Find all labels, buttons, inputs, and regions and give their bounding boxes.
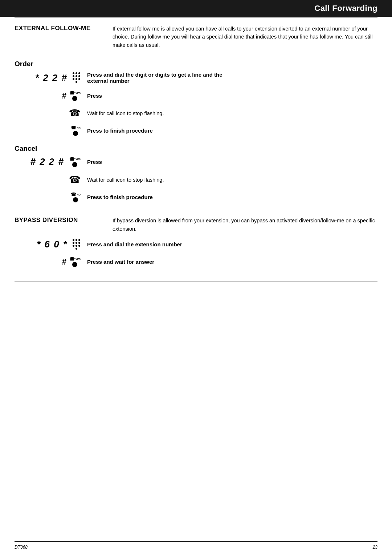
bypass-step-2: # ☎ YES Press and wait for answer [15,257,377,267]
yes-circle-order [72,96,77,101]
bypass-step-1-desc: Press and dial the extension number [87,241,377,247]
order-step-4: ☎ NO Press to finish procedure [15,125,377,136]
header-title: Call Forwarding [314,4,377,13]
cancel-step-3-desc: Press to finish procedure [87,194,377,200]
order-step-2-desc: Press [87,93,377,99]
yes-label-bypass: YES [75,258,81,261]
cancel-section: Cancel # 2 2 # ☎ YES Press ☎ Wait for ca… [15,145,377,202]
cancel-step-2-desc: Wait for call icon to stop flashing. [87,177,377,183]
cancel-step-1-desc: Press [87,159,377,165]
bypass-step-1-icons: * 6 0 * [15,239,87,250]
hash-icon-bypass: # [62,257,66,267]
cancel-step-2-icons: ☎ [15,174,87,185]
external-followme-title: EXTERNAL FOLLOW-ME [15,25,102,32]
bypass-step-2-desc: Press and wait for answer [87,259,377,265]
external-followme-desc: If external follow-me is allowed you can… [113,25,377,49]
cancel-step-3-icons: ☎ NO [15,192,87,202]
yes-btn-order: ☎ YES [69,90,81,101]
order-step-1-desc: Press and dial the digit or digits to ge… [87,72,377,84]
phone-mini-yes-cancel: ☎ [69,157,75,162]
cancel-step-2: ☎ Wait for call icon to stop flashing. [15,174,377,185]
order-step-1-desc-2: external number [87,78,130,84]
external-followme-section: EXTERNAL FOLLOW-ME If external follow-me… [15,25,377,49]
bypass-header-row: BYPASS DIVERSION If bypass diversion is … [15,217,377,233]
yes-label-cancel: YES [75,158,81,161]
handset-icon-order: ☎ [69,108,81,119]
phone-mini-yes-order: ☎ [69,90,75,96]
no-label-cancel: NO [77,193,81,196]
page-content: EXTERNAL FOLLOW-ME If external follow-me… [0,17,392,311]
section-divider-2 [15,282,377,282]
order-step-2: # ☎ YES Press [15,90,377,101]
hash-icon-order: # [62,91,66,101]
yes-btn-cancel: ☎ YES [69,157,81,167]
keypad-icon-1 [73,72,81,83]
section-divider-1 [15,209,377,209]
order-step-2-icons: # ☎ YES [15,90,87,101]
phone-mini-no-order: ☎ [71,125,76,130]
yes-label-order: YES [75,92,81,94]
yes-circle-bypass [72,262,77,267]
yes-circle-cancel [72,162,77,167]
no-circle-order [73,131,78,136]
order-section: Order * 2 2 # Press and dial the digit o… [15,60,377,136]
bypass-diversion-section: BYPASS DIVERSION If bypass diversion is … [15,217,377,267]
order-step-3-desc: Wait for call icon to stop flashing. [87,110,377,116]
order-step-1-icons: * 2 2 # [15,72,87,84]
phone-mini-no-cancel: ☎ [71,192,76,197]
keypad-icon-bypass [73,239,81,250]
no-btn-cancel: ☎ NO [71,192,81,202]
order-step-1: * 2 2 # Press and dial the digit or digi… [15,72,377,84]
order-keycode-1: * 2 2 # [35,72,68,84]
no-btn-order: ☎ NO [71,125,81,136]
page-header: Call Forwarding [0,0,392,17]
order-step-4-icons: ☎ NO [15,125,87,136]
order-title: Order [15,60,377,68]
order-step-3: ☎ Wait for call icon to stop flashing. [15,108,377,119]
footer-page: 23 [373,545,377,550]
order-step-4-desc: Press to finish procedure [87,128,377,134]
cancel-step-1-icons: # 2 2 # ☎ YES [15,156,87,167]
cancel-title: Cancel [15,145,377,153]
no-circle-cancel [73,197,78,202]
page-footer: DT368 23 [15,541,377,550]
bypass-diversion-title: BYPASS DIVERSION [15,217,102,224]
no-label-order: NO [77,127,81,129]
bypass-keycode-1: * 6 0 * [37,239,68,250]
cancel-keycode-1: # 2 2 # [30,156,64,167]
cancel-step-1: # 2 2 # ☎ YES Press [15,156,377,167]
handset-icon-cancel: ☎ [69,174,81,185]
cancel-step-3: ☎ NO Press to finish procedure [15,192,377,202]
external-followme-left: EXTERNAL FOLLOW-ME [15,25,102,49]
yes-btn-bypass: ☎ YES [69,257,81,267]
bypass-title-col: BYPASS DIVERSION [15,217,102,233]
footer-model: DT368 [15,545,28,550]
bypass-step-1: * 6 0 * Press and dial the extension num… [15,239,377,250]
bypass-diversion-desc: If bypass diversion is allowed from your… [113,217,377,233]
bypass-step-2-icons: # ☎ YES [15,257,87,267]
phone-mini-yes-bypass: ☎ [69,257,75,262]
order-step-3-icons: ☎ [15,108,87,119]
